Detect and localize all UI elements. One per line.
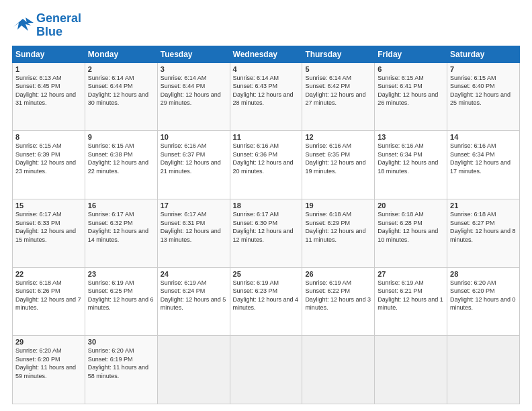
calendar-cell — [447, 336, 520, 404]
calendar-cell: 3 Sunrise: 6:14 AMSunset: 6:44 PMDayligh… — [157, 62, 230, 131]
calendar-cell — [157, 336, 230, 404]
day-number: 14 — [450, 133, 517, 141]
calendar-cell: 7 Sunrise: 6:15 AMSunset: 6:40 PMDayligh… — [447, 62, 520, 131]
day-number: 24 — [161, 270, 227, 278]
calendar-cell: 10 Sunrise: 6:16 AMSunset: 6:37 PMDaylig… — [157, 131, 230, 199]
calendar-cell: 14 Sunrise: 6:16 AMSunset: 6:34 PMDaylig… — [447, 131, 520, 199]
calendar-cell: 5 Sunrise: 6:14 AMSunset: 6:42 PMDayligh… — [302, 62, 375, 131]
cell-info: Sunrise: 6:19 AMSunset: 6:24 PMDaylight:… — [161, 279, 226, 312]
calendar-day-header: Sunday — [13, 46, 85, 62]
calendar-cell: 13 Sunrise: 6:16 AMSunset: 6:34 PMDaylig… — [375, 131, 447, 199]
day-number: 5 — [305, 65, 371, 73]
cell-info: Sunrise: 6:17 AMSunset: 6:30 PMDaylight:… — [233, 211, 294, 243]
calendar-day-header: Saturday — [447, 46, 520, 62]
calendar-cell: 23 Sunrise: 6:19 AMSunset: 6:25 PMDaylig… — [85, 267, 157, 336]
cell-info: Sunrise: 6:19 AMSunset: 6:21 PMDaylight:… — [378, 279, 443, 312]
logo: General Blue — [12, 12, 81, 39]
calendar-cell — [230, 336, 302, 404]
calendar-cell: 25 Sunrise: 6:19 AMSunset: 6:23 PMDaylig… — [230, 267, 302, 336]
cell-info: Sunrise: 6:17 AMSunset: 6:33 PMDaylight:… — [15, 211, 76, 243]
cell-info: Sunrise: 6:16 AMSunset: 6:37 PMDaylight:… — [161, 142, 221, 175]
day-number: 21 — [450, 201, 517, 210]
cell-info: Sunrise: 6:16 AMSunset: 6:34 PMDaylight:… — [450, 142, 511, 175]
cell-info: Sunrise: 6:14 AMSunset: 6:42 PMDaylight:… — [305, 75, 365, 107]
calendar-cell: 12 Sunrise: 6:16 AMSunset: 6:35 PMDaylig… — [302, 131, 375, 199]
cell-info: Sunrise: 6:14 AMSunset: 6:44 PMDaylight:… — [88, 75, 148, 107]
cell-info: Sunrise: 6:18 AMSunset: 6:27 PMDaylight:… — [450, 211, 516, 243]
calendar-cell: 24 Sunrise: 6:19 AMSunset: 6:24 PMDaylig… — [157, 267, 230, 336]
cell-info: Sunrise: 6:19 AMSunset: 6:25 PMDaylight:… — [88, 279, 154, 312]
calendar-week-row: 1 Sunrise: 6:13 AMSunset: 6:45 PMDayligh… — [13, 62, 520, 131]
calendar-cell: 17 Sunrise: 6:17 AMSunset: 6:31 PMDaylig… — [157, 199, 230, 267]
logo-text: General Blue — [36, 12, 81, 39]
day-number: 25 — [233, 270, 300, 278]
cell-info: Sunrise: 6:19 AMSunset: 6:22 PMDaylight:… — [305, 279, 371, 312]
day-number: 18 — [233, 201, 300, 210]
calendar-cell: 18 Sunrise: 6:17 AMSunset: 6:30 PMDaylig… — [230, 199, 302, 267]
cell-info: Sunrise: 6:14 AMSunset: 6:43 PMDaylight:… — [233, 75, 294, 107]
calendar-week-row: 29 Sunrise: 6:20 AMSunset: 6:20 PMDaylig… — [13, 336, 520, 404]
calendar-cell: 27 Sunrise: 6:19 AMSunset: 6:21 PMDaylig… — [375, 267, 447, 336]
day-number: 19 — [305, 201, 371, 210]
day-number: 9 — [88, 133, 154, 141]
calendar-week-row: 8 Sunrise: 6:15 AMSunset: 6:39 PMDayligh… — [13, 131, 520, 199]
day-number: 17 — [161, 201, 227, 210]
day-number: 10 — [161, 133, 227, 141]
calendar-header-row: SundayMondayTuesdayWednesdayThursdayFrid… — [13, 46, 520, 62]
calendar-day-header: Friday — [375, 46, 447, 62]
calendar-cell: 2 Sunrise: 6:14 AMSunset: 6:44 PMDayligh… — [85, 62, 157, 131]
cell-info: Sunrise: 6:18 AMSunset: 6:29 PMDaylight:… — [305, 211, 365, 243]
calendar-cell: 22 Sunrise: 6:18 AMSunset: 6:26 PMDaylig… — [13, 267, 85, 336]
day-number: 6 — [378, 65, 444, 73]
day-number: 8 — [15, 133, 82, 141]
calendar-cell: 30 Sunrise: 6:20 AMSunset: 6:19 PMDaylig… — [85, 336, 157, 404]
cell-info: Sunrise: 6:19 AMSunset: 6:23 PMDaylight:… — [233, 279, 299, 312]
day-number: 12 — [305, 133, 371, 141]
calendar-cell: 28 Sunrise: 6:20 AMSunset: 6:20 PMDaylig… — [447, 267, 520, 336]
day-number: 1 — [15, 65, 82, 73]
calendar-cell: 4 Sunrise: 6:14 AMSunset: 6:43 PMDayligh… — [230, 62, 302, 131]
day-number: 28 — [450, 270, 517, 278]
day-number: 2 — [88, 65, 154, 73]
day-number: 3 — [161, 65, 227, 73]
cell-info: Sunrise: 6:15 AMSunset: 6:39 PMDaylight:… — [15, 142, 76, 175]
calendar-cell: 11 Sunrise: 6:16 AMSunset: 6:36 PMDaylig… — [230, 131, 302, 199]
cell-info: Sunrise: 6:15 AMSunset: 6:40 PMDaylight:… — [450, 75, 511, 107]
day-number: 22 — [15, 270, 82, 278]
cell-info: Sunrise: 6:16 AMSunset: 6:35 PMDaylight:… — [305, 142, 365, 175]
calendar-day-header: Wednesday — [230, 46, 302, 62]
day-number: 26 — [305, 270, 371, 278]
day-number: 16 — [88, 201, 154, 210]
calendar-cell — [302, 336, 375, 404]
calendar-cell: 9 Sunrise: 6:15 AMSunset: 6:38 PMDayligh… — [85, 131, 157, 199]
logo-icon — [12, 16, 34, 35]
day-number: 13 — [378, 133, 444, 141]
calendar-cell: 26 Sunrise: 6:19 AMSunset: 6:22 PMDaylig… — [302, 267, 375, 336]
day-number: 15 — [15, 201, 82, 210]
cell-info: Sunrise: 6:18 AMSunset: 6:26 PMDaylight:… — [15, 279, 81, 312]
cell-info: Sunrise: 6:17 AMSunset: 6:31 PMDaylight:… — [161, 211, 221, 243]
day-number: 20 — [378, 201, 444, 210]
calendar-day-header: Monday — [85, 46, 157, 62]
page: General Blue SundayMondayTuesdayWednesda… — [0, 0, 532, 411]
calendar-cell: 16 Sunrise: 6:17 AMSunset: 6:32 PMDaylig… — [85, 199, 157, 267]
calendar-cell: 20 Sunrise: 6:18 AMSunset: 6:28 PMDaylig… — [375, 199, 447, 267]
cell-info: Sunrise: 6:13 AMSunset: 6:45 PMDaylight:… — [15, 75, 76, 107]
day-number: 11 — [233, 133, 300, 141]
calendar-cell: 21 Sunrise: 6:18 AMSunset: 6:27 PMDaylig… — [447, 199, 520, 267]
cell-info: Sunrise: 6:16 AMSunset: 6:36 PMDaylight:… — [233, 142, 294, 175]
calendar-cell — [375, 336, 447, 404]
cell-info: Sunrise: 6:20 AMSunset: 6:19 PMDaylight:… — [88, 347, 148, 379]
calendar-week-row: 15 Sunrise: 6:17 AMSunset: 6:33 PMDaylig… — [13, 199, 520, 267]
cell-info: Sunrise: 6:20 AMSunset: 6:20 PMDaylight:… — [15, 347, 76, 379]
calendar-day-header: Thursday — [302, 46, 375, 62]
calendar-cell: 19 Sunrise: 6:18 AMSunset: 6:29 PMDaylig… — [302, 199, 375, 267]
calendar-cell: 15 Sunrise: 6:17 AMSunset: 6:33 PMDaylig… — [13, 199, 85, 267]
svg-marker-1 — [26, 17, 34, 23]
calendar-cell: 8 Sunrise: 6:15 AMSunset: 6:39 PMDayligh… — [13, 131, 85, 199]
cell-info: Sunrise: 6:17 AMSunset: 6:32 PMDaylight:… — [88, 211, 148, 243]
calendar-body: 1 Sunrise: 6:13 AMSunset: 6:45 PMDayligh… — [13, 62, 520, 404]
calendar-cell: 29 Sunrise: 6:20 AMSunset: 6:20 PMDaylig… — [13, 336, 85, 404]
calendar-day-header: Tuesday — [157, 46, 230, 62]
day-number: 23 — [88, 270, 154, 278]
